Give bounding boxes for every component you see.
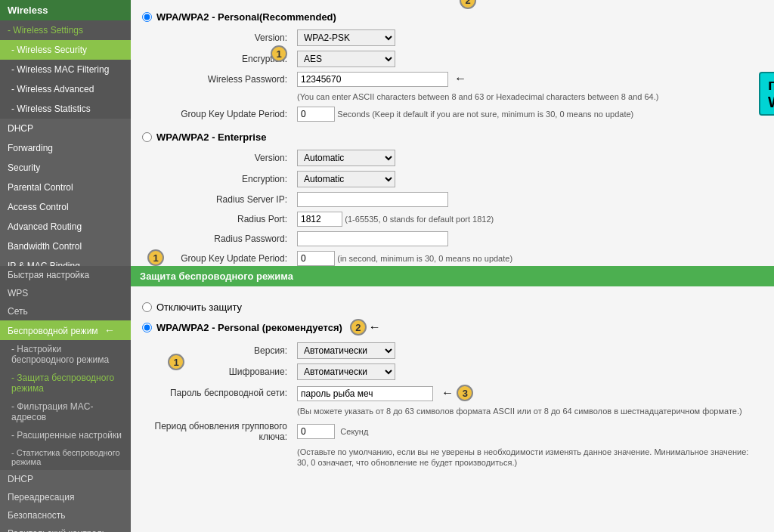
bottom-sidebar-quicksetup[interactable]: Быстрая настройка xyxy=(0,266,131,284)
wpa-personal-table: Version: WPA2-PSKAutomatic Encryption: A… xyxy=(142,27,763,124)
bottom-sidebar-wireless-settings[interactable]: - Настройки беспроводного режима xyxy=(0,340,131,369)
sidebar-item-ipmac[interactable]: IP & MAC Binding xyxy=(0,256,131,266)
radius-password-label: Radius Password: xyxy=(142,229,293,249)
top-sidebar: Wireless - Wireless Settings - Wireless … xyxy=(0,0,131,266)
bottom-sidebar-network[interactable]: Сеть xyxy=(0,302,131,320)
version-select[interactable]: WPA2-PSKAutomatic xyxy=(297,29,395,46)
radius-ip-label: Radius Server IP: xyxy=(142,190,293,209)
ent-group-key-input[interactable] xyxy=(297,251,335,266)
password-input[interactable] xyxy=(297,72,448,87)
ent-encryption-label: Encryption: xyxy=(142,169,293,190)
sidebar-item-bandwidth[interactable]: Bandwidth Control xyxy=(0,237,131,256)
bottom-sidebar-wps[interactable]: WPS xyxy=(0,284,131,302)
radius-ip-input[interactable] xyxy=(297,192,448,207)
bottom-version-label: Версия: xyxy=(142,340,293,361)
bottom-group-key-label: Период обновления группового ключа: xyxy=(142,419,293,444)
bottom-group-key-hint: (Оставьте по умолчанию, если вы не увере… xyxy=(297,447,748,467)
ent-group-key-label: Group Key Update Period: xyxy=(142,249,293,266)
bottom-sidebar-stats[interactable]: - Статистика беспроводного режима xyxy=(0,444,131,470)
disable-label: Отключить защиту xyxy=(156,302,242,313)
bottom-sidebar-bubble-1: 1 xyxy=(168,354,184,370)
sidebar-item-wireless-advanced[interactable]: - Wireless Advanced xyxy=(0,79,131,99)
bottom-sidebar-forwarding[interactable]: Переадресация xyxy=(0,488,131,506)
sidebar-item-wireless-mac[interactable]: - Wireless MAC Filtering xyxy=(0,60,131,79)
group-key-input[interactable] xyxy=(297,107,335,122)
bottom-password-label: Пароль беспроводной сети: xyxy=(142,382,293,404)
group-key-label: Group Key Update Period: xyxy=(142,104,293,124)
ent-encryption-select[interactable]: Automatic xyxy=(297,171,395,187)
bottom-encryption-label: Шифрование: xyxy=(142,361,293,382)
bottom-bubble-2: 2 xyxy=(350,319,367,336)
bottom-section-title: Защита беспроводного режима xyxy=(131,266,774,286)
top-main: 1 WPA/WPA2 - Personal(Recommended) 2 ← V… xyxy=(131,0,774,266)
version-label: Version: xyxy=(142,27,293,48)
sidebar-header-wireless[interactable]: Wireless xyxy=(0,0,131,20)
sidebar-item-routing[interactable]: Advanced Routing xyxy=(0,217,131,237)
bottom-sidebar-security[interactable]: Безопасность xyxy=(0,506,131,524)
sidebar-item-wireless-stats[interactable]: - Wireless Statistics xyxy=(0,99,131,119)
sidebar-item-dhcp[interactable]: DHCP xyxy=(0,119,131,138)
bottom-sidebar: Быстрая настройка WPS Сеть Беспроводной … xyxy=(0,266,131,532)
bottom-bubble-3: 3 xyxy=(457,385,473,401)
bottom-sidebar-wireless[interactable]: Беспроводной режим ← xyxy=(0,320,131,340)
encryption-select[interactable]: AESTKIPAutomatic xyxy=(297,51,395,67)
bottom-group-key-input[interactable] xyxy=(297,424,335,439)
bottom-encryption-select[interactable]: Автоматически xyxy=(297,363,395,380)
bottom-sidebar-mac-filter[interactable]: - Фильтрация MAC-адресов xyxy=(0,397,131,426)
bottom-main: Защита беспроводного режима 1 Отключить … xyxy=(131,266,774,532)
wpa-personal-radio[interactable] xyxy=(142,12,152,22)
bottom-wpa-personal-radio[interactable] xyxy=(142,323,152,332)
ent-version-label: Version: xyxy=(142,147,293,169)
bottom-sidebar-advanced[interactable]: - Расширенные настройки xyxy=(0,426,131,444)
password-label: Wireless Password: xyxy=(142,70,293,89)
wpa-enterprise-label: WPA/WPA2 - Enterprise xyxy=(156,131,266,143)
sidebar-item-wireless-security[interactable]: - Wireless Security xyxy=(0,40,131,60)
bottom-group-key-unit: Секунд xyxy=(340,427,368,436)
group-key-hint: Seconds (Keep it default if you are not … xyxy=(337,110,633,119)
bottom-password-input[interactable] xyxy=(297,386,433,401)
disable-security-radio[interactable] xyxy=(142,302,152,312)
radius-port-hint: (1-65535, 0 stands for default port 1812… xyxy=(345,215,494,224)
sidebar-item-parental[interactable]: Parental Control xyxy=(0,178,131,197)
bottom-sidebar-wireless-security[interactable]: - Защита беспроводного режима xyxy=(0,369,131,397)
bottom-sidebar-parental[interactable]: Родительский контроль xyxy=(0,524,131,532)
bottom-wpa-table: Версия: Автоматически Шифрование: Автома… xyxy=(142,340,763,470)
ent-version-select[interactable]: Automatic xyxy=(297,150,395,166)
sidebar-item-security[interactable]: Security xyxy=(0,158,131,178)
sidebar-item-access[interactable]: Access Control xyxy=(0,197,131,217)
radius-password-input[interactable] xyxy=(297,231,448,246)
sidebar-item-forwarding[interactable]: Forwarding xyxy=(0,138,131,158)
wpa-enterprise-radio[interactable] xyxy=(142,132,152,142)
wpa-enterprise-table: Version: Automatic Encryption: Automatic… xyxy=(142,147,763,266)
annotation-bubble-1: 1 xyxy=(271,45,287,62)
bottom-version-select[interactable]: Автоматически xyxy=(297,342,395,359)
bottom-sidebar-dhcp[interactable]: DHCP xyxy=(0,470,131,488)
password-hint: (You can enter ASCII characters between … xyxy=(297,92,658,101)
radius-port-label: Radius Port: xyxy=(142,209,293,229)
ent-group-key-hint: (in second, minimum is 30, 0 means no up… xyxy=(337,254,512,263)
radius-port-input[interactable] xyxy=(297,212,342,227)
bottom-wpa-personal-label: WPA/WPA2 - Personal (рекомендуется) xyxy=(156,322,342,333)
sidebar-item-wireless-settings[interactable]: - Wireless Settings xyxy=(0,20,131,40)
bottom-password-hint: (Вы можете указать от 8 до 63 символов ф… xyxy=(297,407,742,416)
wpa-personal-label: WPA/WPA2 - Personal(Recommended) xyxy=(156,11,336,23)
